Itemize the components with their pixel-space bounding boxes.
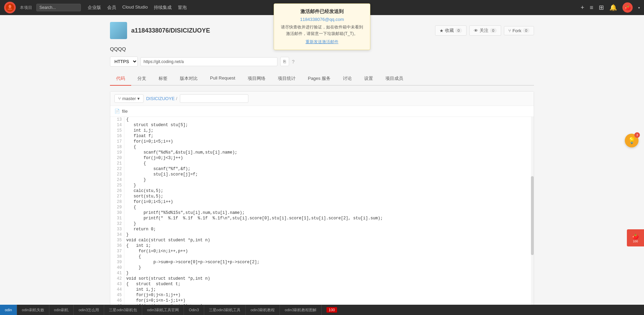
table-row: 18 { bbox=[110, 144, 534, 150]
nav-bubble[interactable]: 冒泡 bbox=[178, 4, 187, 11]
table-row: 39 p->sum=p->score[0]+p->score[1]+p->sco… bbox=[110, 259, 534, 265]
tab-pr[interactable]: Pull Request bbox=[204, 72, 242, 86]
branch-chevron: ▾ bbox=[137, 96, 140, 101]
file-name: file bbox=[122, 109, 128, 114]
tab-branches[interactable]: 分支 bbox=[131, 72, 152, 86]
line-code: for(i=0;i<n-1-j;i++) bbox=[124, 298, 534, 303]
bottom-item-how[interactable]: odin3怎么用 bbox=[74, 305, 104, 315]
line-number: 38 bbox=[110, 254, 124, 259]
line-number: 18 bbox=[110, 144, 124, 150]
help-count: 3 bbox=[634, 132, 640, 138]
grid-icon[interactable]: ⊞ bbox=[599, 4, 604, 11]
notif-resend-link[interactable]: 重新发送激活邮件 bbox=[306, 39, 338, 45]
star-label: 收藏 bbox=[445, 27, 454, 34]
url-help-icon[interactable]: ? bbox=[292, 59, 295, 64]
fork-button[interactable]: ⑂ Fork 0 bbox=[504, 26, 534, 35]
line-number: 30 bbox=[110, 210, 124, 216]
bottom-item-odin3[interactable]: Odin3 bbox=[184, 305, 204, 315]
line-code: { int i; bbox=[124, 243, 534, 249]
tab-bar: 代码 分支 标签 版本对比 Pull Request 项目网络 项目统计 Pag… bbox=[110, 72, 534, 86]
star-button[interactable]: ★ 收藏 0 bbox=[435, 25, 467, 36]
branch-selector[interactable]: ⑂ master ▾ bbox=[114, 94, 144, 103]
line-code: void calc(struct student *p,int n) bbox=[124, 238, 534, 243]
scrollbar[interactable] bbox=[531, 117, 534, 314]
line-number: 22 bbox=[110, 166, 124, 172]
tab-stats[interactable]: 项目统计 bbox=[272, 72, 302, 86]
table-row: 23 stu[i].score[j]=f; bbox=[110, 172, 534, 177]
project-label: 本项目 bbox=[20, 5, 32, 11]
line-code: void sort(struct student *p,int n) bbox=[124, 276, 534, 281]
add-icon[interactable]: + bbox=[581, 4, 584, 11]
line-number: 29 bbox=[110, 205, 124, 210]
tab-network[interactable]: 项目网络 bbox=[242, 72, 272, 86]
fork-count: 0 bbox=[523, 28, 530, 33]
bottom-item-flash[interactable]: odin刷机 bbox=[49, 305, 74, 315]
file-search-input[interactable] bbox=[180, 94, 248, 103]
tab-members[interactable]: 项目成员 bbox=[379, 72, 409, 86]
line-number: 36 bbox=[110, 243, 124, 249]
nav-member[interactable]: 会员 bbox=[107, 4, 116, 11]
avatar-dropdown[interactable]: ▾ bbox=[638, 6, 640, 10]
search-input[interactable]: Search... bbox=[36, 4, 81, 11]
star-icon: ★ bbox=[439, 28, 444, 33]
line-code: printf(" %.1f %.1f %.1f %.1f\n",stu[i].s… bbox=[124, 216, 534, 221]
table-row: 20 for(j=0;j<3;j++) bbox=[110, 155, 534, 161]
bell-icon[interactable]: 🔔 bbox=[609, 4, 617, 11]
fork-label: Fork bbox=[512, 28, 521, 33]
branch-name: master bbox=[122, 96, 136, 101]
messages-icon[interactable]: ≡ bbox=[590, 4, 593, 11]
project-avatar bbox=[110, 22, 127, 39]
breadcrumb-repo[interactable]: DISICIZUOYE bbox=[146, 96, 175, 101]
bottom-item-tool-site[interactable]: odin3刷机工具官网 bbox=[142, 305, 184, 315]
bottom-item-odin[interactable]: odin bbox=[0, 305, 17, 315]
bottom-item-tutorial[interactable]: odin3刷机教程 bbox=[246, 305, 280, 315]
nav-cloud-studio[interactable]: Cloud Studio bbox=[122, 4, 148, 11]
nav-ci[interactable]: 持续集成 bbox=[154, 4, 172, 11]
line-number: 31 bbox=[110, 216, 124, 221]
logo[interactable] bbox=[4, 2, 16, 13]
line-code: int i,j; bbox=[124, 287, 534, 292]
tab-tags[interactable]: 标签 bbox=[152, 72, 174, 86]
bottom-item-samsung-pack[interactable]: 三星odin3刷机包 bbox=[104, 305, 142, 315]
tab-settings[interactable]: 设置 bbox=[358, 72, 379, 86]
star-count: 0 bbox=[455, 28, 462, 33]
tab-discuss[interactable]: 讨论 bbox=[337, 72, 358, 86]
nav-links: 企业版 会员 Cloud Studio 持续集成 冒泡 bbox=[88, 4, 187, 11]
bottom-item-graph[interactable]: odin3刷机教程图解 bbox=[280, 305, 322, 315]
breadcrumb-path: DISICIZUOYE / bbox=[146, 96, 177, 101]
side-button-1[interactable]: 🍅 100 bbox=[627, 229, 644, 246]
line-number: 17 bbox=[110, 139, 124, 144]
tab-pages[interactable]: Pages 服务 bbox=[302, 72, 337, 86]
project-name[interactable]: a1184338076/DISICIZUOYE bbox=[131, 27, 210, 34]
tab-code[interactable]: 代码 bbox=[110, 72, 131, 86]
table-row: 27 sort(stu,5); bbox=[110, 194, 534, 199]
line-number: 40 bbox=[110, 265, 124, 270]
table-row: 29 { bbox=[110, 205, 534, 210]
line-number: 46 bbox=[110, 298, 124, 303]
help-float-button[interactable]: 💡 3 bbox=[625, 134, 639, 147]
url-input[interactable] bbox=[140, 57, 277, 66]
bottom-bar-items: odin odin刷机失败 odin刷机 odin3怎么用 三星odin3刷机包… bbox=[0, 305, 342, 315]
nav-enterprise[interactable]: 企业版 bbox=[88, 4, 101, 11]
line-number: 37 bbox=[110, 249, 124, 254]
code-wrapper: 13{14 struct student stu[5];15 int i,j;1… bbox=[110, 117, 534, 314]
tab-diff[interactable]: 版本对比 bbox=[174, 72, 204, 86]
page-wrapper: a1184338076/DISICIZUOYE ★ 收藏 0 👁 关注 0 ⑂ … bbox=[0, 15, 644, 315]
watch-button[interactable]: 👁 关注 0 bbox=[469, 25, 501, 36]
file-header: 📄 file bbox=[110, 106, 534, 117]
bottom-item-samsung-tool[interactable]: 三星odin3刷机工具 bbox=[204, 305, 246, 315]
table-row: 44 int i,j; bbox=[110, 287, 534, 292]
bottom-item-count[interactable]: 100 bbox=[322, 305, 342, 315]
url-protocol-select[interactable]: HTTPS bbox=[110, 57, 138, 66]
table-row: 40 } bbox=[110, 265, 534, 270]
line-code: struct student stu[5]; bbox=[124, 122, 534, 128]
avatar[interactable]: 🍅 bbox=[622, 2, 633, 13]
bottom-item-fail[interactable]: odin刷机失败 bbox=[17, 305, 49, 315]
table-row: 17 for(i=0;i<5;i++) bbox=[110, 139, 534, 144]
table-row: 25 } bbox=[110, 183, 534, 188]
url-copy-button[interactable]: ⎘ bbox=[280, 57, 289, 66]
scrollbar-thumb[interactable] bbox=[531, 176, 534, 255]
line-number: 24 bbox=[110, 177, 124, 183]
table-row: 33 return 0; bbox=[110, 227, 534, 232]
line-code: for(i=0;i<n;i++,p++) bbox=[124, 249, 534, 254]
